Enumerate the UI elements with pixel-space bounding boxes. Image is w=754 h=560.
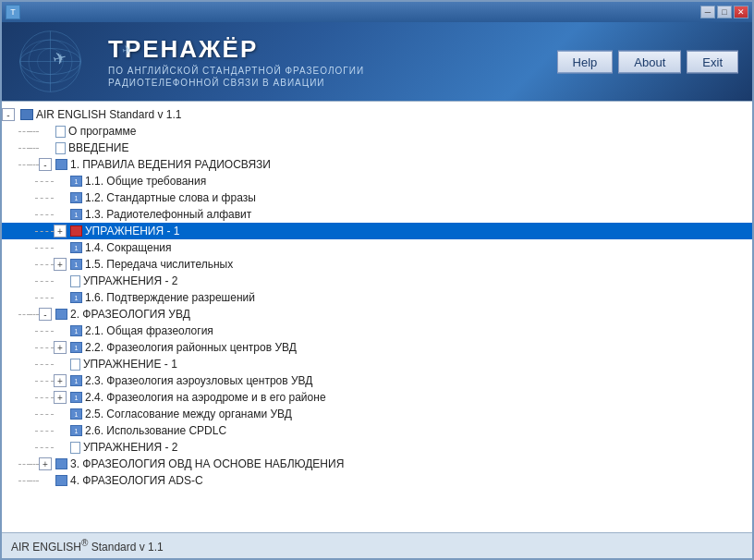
doc-icon xyxy=(55,142,66,154)
num-icon: 1 xyxy=(70,425,82,436)
doc-icon xyxy=(55,126,66,138)
num-icon: 1 xyxy=(70,292,82,303)
item-label: 2.5. Согласование между органами УВД xyxy=(85,408,292,420)
main-window: T ─ □ ✕ ✈ ✈ ТРЕНАЖЁР ПО АНГЛИЙСКОЙ xyxy=(0,0,754,560)
item-label: ВВЕДЕНИЕ xyxy=(68,141,128,154)
expand-placeholder xyxy=(54,291,67,304)
expand-icon[interactable]: + xyxy=(54,341,67,354)
tree-item[interactable]: -2. ФРАЗЕОЛОГИЯ УВД xyxy=(2,306,752,323)
tree-item[interactable]: 11.2. Стандартные слова и фразы xyxy=(2,189,752,206)
expand-placeholder xyxy=(39,141,52,154)
title-bar-buttons: ─ □ ✕ xyxy=(700,6,748,18)
expand-placeholder xyxy=(54,191,67,204)
expand-icon[interactable]: + xyxy=(54,391,67,404)
tree-item[interactable]: УПРАЖНЕНИЯ - 2 xyxy=(2,439,752,456)
minimize-button[interactable]: ─ xyxy=(700,6,715,18)
tree-item[interactable]: +УПРАЖНЕНИЯ - 1 xyxy=(2,223,752,239)
tree-item[interactable]: 11.3. Радиотелефонный алфавит xyxy=(2,206,752,223)
book-icon xyxy=(20,109,33,120)
exit-button[interactable]: Exit xyxy=(687,50,738,73)
tree-item[interactable]: О программе xyxy=(2,123,752,140)
item-label: 2.4. Фразеология на аэродроме и в его ра… xyxy=(85,391,326,404)
expand-placeholder xyxy=(54,358,67,371)
expand-placeholder xyxy=(54,408,67,420)
tree-item[interactable]: УПРАЖНЕНИЕ - 1 xyxy=(2,356,752,372)
item-label: 2.6. Использование CPDLC xyxy=(85,424,226,437)
header-buttons: Help About Exit xyxy=(557,50,738,73)
item-label: О программе xyxy=(68,125,136,138)
num-icon: 1 xyxy=(70,392,82,403)
app-icon: T xyxy=(6,5,20,19)
item-label: AIR ENGLISH Standard v 1.1 xyxy=(36,108,181,121)
tree-item[interactable]: 12.6. Использование CPDLC xyxy=(2,422,752,439)
item-label: 1.5. Передача числительных xyxy=(85,258,233,271)
expand-placeholder xyxy=(39,125,52,138)
expand-placeholder xyxy=(54,274,67,287)
close-button[interactable]: ✕ xyxy=(734,6,748,18)
tree-item[interactable]: +12.2. Фразеология районных центров УВД xyxy=(2,339,752,356)
tree-item[interactable]: 11.6. Подтверждение разрешений xyxy=(2,289,752,306)
header-title-block: ТРЕНАЖЁР ПО АНГЛИЙСКОЙ СТАНДАРТНОЙ ФРАЗЕ… xyxy=(108,35,364,88)
tree-item[interactable]: -AIR ENGLISH Standard v 1.1 xyxy=(2,106,752,123)
footer: AIR ENGLISH® Standard v 1.1 xyxy=(2,532,752,558)
item-label: 1.2. Стандартные слова и фразы xyxy=(85,191,256,204)
tree-item[interactable]: 11.4. Сокращения xyxy=(2,239,752,256)
num-icon: 1 xyxy=(70,375,82,386)
doc-icon xyxy=(70,359,80,371)
item-label: 2.3. Фразеология аэроузловых центров УВД xyxy=(85,374,312,387)
section-icon xyxy=(55,458,67,469)
section-icon xyxy=(55,159,67,170)
tree-item[interactable]: 12.5. Согласование между органами УВД xyxy=(2,406,752,422)
tree-item[interactable]: УПРАЖНЕНИЯ - 2 xyxy=(2,273,752,289)
item-label: УПРАЖНЕНИЕ - 1 xyxy=(83,358,177,371)
item-label: УПРАЖНЕНИЯ - 2 xyxy=(83,274,178,287)
exercise-icon xyxy=(70,225,82,237)
doc-icon xyxy=(70,442,80,454)
title-bar: T ─ □ ✕ xyxy=(2,2,752,22)
item-label: 1.1. Общие требования xyxy=(85,175,206,188)
section-icon xyxy=(55,309,67,320)
item-label: 2.2. Фразеология районных центров УВД xyxy=(85,341,297,354)
expand-icon[interactable]: - xyxy=(39,308,52,321)
num-icon: 1 xyxy=(70,325,82,336)
item-label: УПРАЖНЕНИЯ - 1 xyxy=(85,225,180,237)
tree-item[interactable]: 12.1. Общая фразеология xyxy=(2,323,752,339)
expand-placeholder xyxy=(54,424,67,437)
expand-icon[interactable]: + xyxy=(39,457,52,470)
section-icon xyxy=(55,475,67,486)
num-icon: 1 xyxy=(70,342,82,353)
tree-item[interactable]: +3. ФРАЗЕОЛОГИЯ ОВД НА ОСНОВЕ НАБЛЮДЕНИЯ xyxy=(2,456,752,472)
tree-container[interactable]: -AIR ENGLISH Standard v 1.1О программеВВ… xyxy=(2,102,752,532)
tree-item[interactable]: ВВЕДЕНИЕ xyxy=(2,140,752,156)
app-title: ТРЕНАЖЁР xyxy=(108,35,364,64)
plane-icon-2: ✈ xyxy=(121,42,135,58)
expand-icon[interactable]: + xyxy=(54,258,67,271)
content-area: -AIR ENGLISH Standard v 1.1О программеВВ… xyxy=(2,101,752,532)
help-button[interactable]: Help xyxy=(557,50,614,73)
item-label: 1.6. Подтверждение разрешений xyxy=(85,291,255,304)
num-icon: 1 xyxy=(70,176,82,187)
expand-icon[interactable]: + xyxy=(54,225,67,237)
maximize-button[interactable]: □ xyxy=(717,6,732,18)
tree-item[interactable]: +12.4. Фразеология на аэродроме и в его … xyxy=(2,389,752,406)
num-icon: 1 xyxy=(70,408,82,420)
tree-item[interactable]: -1. ПРАВИЛА ВЕДЕНИЯ РАДИОСВЯЗИ xyxy=(2,156,752,173)
title-bar-left: T xyxy=(6,5,20,19)
tree-item[interactable]: +12.3. Фразеология аэроузловых центров У… xyxy=(2,372,752,389)
tree-item[interactable]: +11.5. Передача числительных xyxy=(2,256,752,273)
item-label: 1.3. Радиотелефонный алфавит xyxy=(85,208,251,221)
item-label: 1.4. Сокращения xyxy=(85,241,172,254)
about-button[interactable]: About xyxy=(618,50,681,73)
expand-placeholder xyxy=(54,175,67,188)
item-label: 1. ПРАВИЛА ВЕДЕНИЯ РАДИОСВЯЗИ xyxy=(70,158,271,171)
expand-icon[interactable]: - xyxy=(39,158,52,171)
num-icon: 1 xyxy=(70,209,82,220)
item-label: 4. ФРАЗЕОЛОГИЯ ADS-C xyxy=(70,474,203,487)
expand-icon[interactable]: - xyxy=(2,108,15,121)
expand-icon[interactable]: + xyxy=(54,374,67,387)
tree-item[interactable]: 4. ФРАЗЕОЛОГИЯ ADS-C xyxy=(2,472,752,489)
num-icon: 1 xyxy=(70,259,82,270)
tree-item[interactable]: 11.1. Общие требования xyxy=(2,173,752,189)
doc-icon xyxy=(70,275,80,287)
expand-placeholder xyxy=(54,324,67,337)
